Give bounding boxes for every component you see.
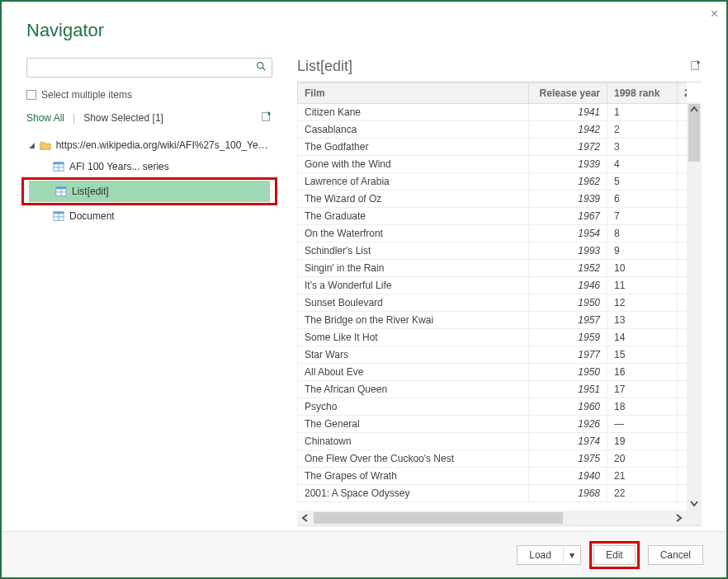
cell-film: Citizen Kane [298, 104, 529, 121]
select-multiple-row[interactable]: Select multiple items [26, 89, 272, 101]
horizontal-scrollbar[interactable] [297, 511, 687, 525]
cancel-button[interactable]: Cancel [648, 545, 703, 565]
load-split-button[interactable]: Load ▾ [517, 545, 581, 565]
vertical-scrollbar[interactable] [687, 102, 702, 511]
table-row[interactable]: Lawrence of Arabia19625 [298, 173, 688, 191]
table-row[interactable]: Psycho196018 [298, 398, 688, 416]
table-row[interactable]: The Graduate19677 [298, 208, 688, 225]
col-header-rank98[interactable]: 1998 rank [607, 83, 678, 104]
cell-rank07 [678, 277, 688, 294]
show-all-link[interactable]: Show All [26, 112, 64, 124]
table-row[interactable]: Singin' in the Rain195210 [298, 260, 688, 277]
cell-film: Gone with the Wind [298, 156, 529, 173]
svg-point-0 [258, 63, 263, 68]
cell-rank98: 3 [607, 139, 678, 156]
tree-item-document[interactable]: Document [26, 205, 272, 227]
refresh-icon[interactable] [261, 111, 272, 125]
cell-rank98: 15 [607, 346, 678, 364]
search-icon[interactable] [256, 61, 267, 74]
table-row[interactable]: Some Like It Hot195914 [298, 329, 688, 346]
load-dropdown-caret[interactable]: ▾ [563, 545, 581, 565]
show-selected-link[interactable]: Show Selected [1] [83, 112, 163, 124]
cell-year: 1940 [529, 468, 607, 485]
col-header-film[interactable]: Film [298, 83, 529, 104]
table-row[interactable]: It's a Wonderful Life194611 [298, 277, 688, 294]
separator: | [73, 112, 75, 124]
table-row[interactable]: 2001: A Space Odyssey196822 [298, 485, 688, 502]
cell-rank07 [678, 346, 688, 364]
table-row[interactable]: The African Queen195117 [298, 381, 688, 398]
col-header-rank07[interactable]: 200 [678, 83, 688, 104]
cell-film: It's a Wonderful Life [298, 277, 529, 294]
table-row[interactable]: The General1926— [298, 416, 688, 433]
table-row[interactable]: All About Eve195016 [298, 364, 688, 381]
select-multiple-label: Select multiple items [41, 89, 132, 101]
table-row[interactable]: Sunset Boulevard195012 [298, 294, 688, 312]
cell-rank07 [678, 173, 688, 191]
table-row[interactable]: On the Waterfront19548 [298, 225, 688, 242]
table-row[interactable]: One Flew Over the Cuckoo's Nest197520 [298, 450, 688, 468]
navigator-dialog: × Navigator Select multiple items Show A… [0, 0, 728, 579]
load-button[interactable]: Load [517, 545, 563, 565]
table-row[interactable]: Citizen Kane19411 [298, 104, 688, 121]
cell-rank07 [678, 312, 688, 329]
cell-film: Star Wars [298, 346, 529, 364]
cell-rank98: 4 [607, 156, 678, 173]
table-row[interactable]: The Bridge on the River Kwai195713 [298, 312, 688, 329]
preview-refresh-icon[interactable] [690, 59, 702, 73]
cell-year: 1967 [529, 208, 607, 225]
table-row[interactable]: The Grapes of Wrath194021 [298, 468, 688, 485]
tree-item-afi-series[interactable]: AFI 100 Years... series [26, 156, 272, 177]
cell-film: Psycho [298, 398, 529, 416]
cell-film: All About Eve [298, 364, 529, 381]
table-row[interactable]: Casablanca19422 [298, 121, 688, 139]
cell-year: 1960 [529, 398, 607, 416]
cell-year: 1959 [529, 329, 607, 346]
hscroll-thumb[interactable] [314, 512, 563, 524]
cell-rank07 [678, 225, 688, 242]
chevron-down-icon: ▾ [570, 549, 574, 561]
tree-item-label: Document [69, 210, 115, 222]
preview-title: List[edit] [297, 58, 352, 75]
cell-year: 1939 [529, 191, 607, 208]
preview-grid: Film Release year 1998 rank 200 Citizen … [297, 82, 702, 526]
close-icon[interactable]: × [711, 7, 718, 21]
tree-item-list-edit[interactable]: List[edit] [29, 181, 270, 202]
cell-film: Casablanca [298, 121, 529, 139]
scroll-down-icon[interactable] [687, 496, 702, 511]
cell-year: 1974 [529, 433, 607, 450]
cell-rank07 [678, 485, 688, 502]
cell-film: Chinatown [298, 433, 529, 450]
table-row[interactable]: The Godfather19723 [298, 139, 688, 156]
cell-rank98: 1 [607, 104, 678, 121]
cell-film: The Wizard of Oz [298, 191, 529, 208]
table-row[interactable]: Schindler's List19939 [298, 242, 688, 260]
edit-button[interactable]: Edit [593, 545, 636, 565]
scroll-up-icon[interactable] [687, 102, 702, 117]
cell-year: 1939 [529, 156, 607, 173]
scroll-right-icon[interactable] [670, 511, 687, 525]
cell-rank98: 18 [607, 398, 678, 416]
preview-pane: List[edit] Film Release ye [297, 58, 702, 526]
table-row[interactable]: Gone with the Wind19394 [298, 156, 688, 173]
table-row[interactable]: Star Wars197715 [298, 346, 688, 364]
cell-film: The Bridge on the River Kwai [298, 312, 529, 329]
scroll-left-icon[interactable] [297, 511, 314, 525]
cell-rank98: 8 [607, 225, 678, 242]
cell-film: One Flew Over the Cuckoo's Nest [298, 450, 529, 468]
col-header-year[interactable]: Release year [529, 83, 607, 104]
table-row[interactable]: Chinatown197419 [298, 433, 688, 450]
expander-icon[interactable]: ◢ [28, 141, 36, 149]
table-row[interactable]: The Wizard of Oz19396 [298, 191, 688, 208]
cell-year: 1946 [529, 277, 607, 294]
cell-film: Schindler's List [298, 242, 529, 260]
cell-rank98: 21 [607, 468, 678, 485]
search-input[interactable] [32, 62, 256, 73]
select-multiple-checkbox[interactable] [26, 90, 36, 100]
cell-year: 1951 [529, 381, 607, 398]
search-input-wrap[interactable] [26, 58, 272, 78]
cell-year: 1941 [529, 104, 607, 121]
table-icon [53, 161, 69, 173]
tree-root[interactable]: ◢ https://en.wikipedia.org/wiki/AFI%27s_… [26, 134, 272, 156]
edit-button-highlight: Edit [589, 541, 640, 569]
